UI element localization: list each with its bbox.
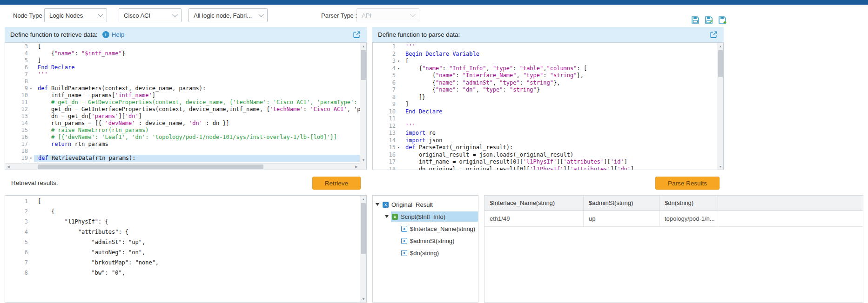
code-line[interactable]: 6End Declare (5, 64, 360, 71)
table-cell[interactable]: topology/pod-1/n... (659, 211, 718, 226)
code-line[interactable]: 8 (5, 78, 360, 85)
code-line[interactable]: 12 get_dn = GetInterfaceProperties(conte… (5, 106, 360, 113)
tree-item-original-result[interactable]: xOriginal_Result (373, 198, 478, 211)
fold-marker-icon[interactable]: ▾ (28, 85, 34, 92)
code-line[interactable]: 3[ (5, 43, 360, 50)
scrollbar-thumb[interactable] (718, 50, 723, 77)
code-line[interactable]: 5] (5, 57, 360, 64)
vertical-scrollbar[interactable]: ▲ ▼ (360, 43, 366, 163)
tree-item-body[interactable]: xOriginal_Result (382, 199, 478, 210)
expand-editor-icon[interactable] (709, 30, 718, 39)
code-line[interactable]: 7 "brkoutMap": "none", (5, 257, 360, 268)
code-line[interactable]: 4 {"name": "$intf_name"} (5, 50, 360, 57)
expand-editor-icon[interactable] (352, 30, 361, 39)
tree-expand-arrow-icon[interactable] (376, 203, 379, 206)
scroll-up-button[interactable]: ▲ (360, 43, 367, 49)
code-line[interactable]: 13import re (373, 130, 717, 137)
vertical-scrollbar[interactable]: ▲ ▼ (717, 43, 723, 170)
scroll-down-button[interactable]: ▼ (717, 163, 724, 170)
code-line[interactable]: 3▾[ (373, 58, 717, 65)
tree-expand-arrow-icon[interactable] (385, 215, 389, 218)
code-line[interactable]: 9▾def BuildParameters(context, device_na… (5, 85, 360, 92)
line-number: 1 (373, 43, 402, 51)
code-line[interactable]: 6 {"name": "adminSt", "type": "string"}, (373, 79, 717, 87)
code-line[interactable]: 7 {"name": "dn", "type": "string"} (373, 86, 717, 94)
horizontal-scrollbar[interactable]: ◀ ▶ (5, 163, 360, 170)
scroll-down-button[interactable]: ▼ (360, 296, 367, 302)
save-icon[interactable] (691, 15, 700, 25)
code-line[interactable]: 18 (5, 148, 360, 155)
fold-marker-icon[interactable]: ▾ (28, 155, 34, 162)
code-line[interactable]: 2Begin Declare Variable (373, 51, 717, 58)
code-line[interactable]: 10 intf_name = params['intf_name'] (5, 92, 360, 99)
vertical-scrollbar[interactable]: ▲ ▼ (360, 196, 366, 302)
code-line[interactable]: 4▾ {"name": "Intf_Info", "type": "table"… (373, 65, 717, 72)
code-text: {"name": "Intf_Info", "type": "table","c… (402, 65, 717, 72)
save-draft-icon[interactable] (718, 15, 727, 25)
code-line[interactable]: 3 "l1PhysIf": { (5, 217, 360, 227)
parser-type-dropdown[interactable]: API (357, 8, 419, 22)
code-line[interactable]: 1[ (5, 196, 360, 206)
code-line[interactable]: 12''' (373, 123, 717, 130)
scroll-right-button[interactable]: ▶ (353, 164, 360, 170)
result-tree[interactable]: xOriginal_ResultxScript($Intf_Info)x$Int… (372, 195, 478, 303)
code-line[interactable]: 5 {"name": "Interface_Name", "type": "st… (373, 72, 717, 79)
technology-dropdown[interactable]: Cisco ACI (119, 8, 182, 22)
scrollbar-thumb[interactable] (361, 203, 366, 254)
code-line[interactable]: 14import json (373, 137, 717, 145)
code-line[interactable]: 15 # raise NameError(rtn_params) (5, 127, 360, 134)
retrieve-button[interactable]: Retrieve (312, 177, 361, 190)
info-icon[interactable]: i (102, 31, 109, 38)
retrieve-code-editor[interactable]: 3[4 {"name": "$intf_name"}5]6End Declare… (5, 42, 367, 170)
code-line[interactable]: 17 intf_name = original_result[0]['l1Phy… (373, 158, 717, 166)
code-line[interactable]: 5 "adminSt": "up", (5, 237, 360, 247)
code-line[interactable]: 13 dn = get_dn['params']['dn'] (5, 113, 360, 120)
code-line[interactable]: 16 original_result = json.loads(_origina… (373, 152, 717, 159)
code-line[interactable]: 10End Declare (373, 108, 717, 116)
scroll-up-button[interactable]: ▲ (717, 43, 724, 49)
tree-item-adminst-string[interactable]: x$adminSt(string) (373, 235, 478, 247)
code-line[interactable]: 8 ]} (373, 94, 717, 101)
code-text: dn_original = original_result[0]['l1Phys… (402, 166, 717, 170)
retrieval-output-viewer[interactable]: 1[2 {3 "l1PhysIf": {4 "attributes": {5 "… (5, 195, 367, 303)
code-line[interactable]: 11 (373, 115, 717, 123)
code-line[interactable]: 16 # [{'devName': 'Leaf1', 'dn': 'topolo… (5, 134, 360, 141)
tree-item-interface-name-string[interactable]: x$Interface_Name(string) (373, 223, 478, 235)
code-line[interactable]: 8 "bw": "0", (5, 268, 360, 278)
fold-marker-icon[interactable]: ▾ (396, 65, 402, 72)
fold-marker-icon[interactable]: ▾ (396, 144, 402, 152)
tree-item-dn-string[interactable]: x$dn(string) (373, 247, 478, 259)
scroll-down-button[interactable]: ▼ (360, 157, 367, 163)
code-line[interactable]: 17 return rtn_params (5, 141, 360, 148)
scrollbar-thumb[interactable] (361, 50, 366, 80)
table-row[interactable]: eth1/49uptopology/pod-1/n... (484, 211, 863, 227)
node-type-dropdown[interactable]: Logic Nodes (44, 8, 107, 22)
tree-item-body[interactable]: x$adminSt(string) (400, 236, 478, 246)
code-line[interactable]: 11 # get_dn = GetDeviceProperties(contex… (5, 99, 360, 106)
code-line[interactable]: 14 rtn_params = [{ 'devName' : device_na… (5, 120, 360, 127)
tree-item-body[interactable]: xScript($Intf_Info) (391, 211, 478, 222)
table-cell[interactable]: eth1/49 (484, 211, 584, 226)
tree-item-body[interactable]: x$Interface_Name(string) (400, 224, 478, 234)
scroll-left-button[interactable]: ◀ (5, 164, 12, 170)
scrollbar-thumb[interactable] (38, 165, 263, 169)
help-link[interactable]: Help (112, 31, 125, 38)
tree-item-script-intf-info[interactable]: xScript($Intf_Info) (373, 211, 478, 223)
scope-dropdown[interactable]: All logic node, Fabri... (188, 8, 268, 22)
table-cell[interactable]: up (584, 211, 659, 226)
code-line[interactable]: 1''' (373, 43, 717, 51)
code-line[interactable]: 18 dn_original = original_result[0]['l1P… (373, 166, 717, 170)
code-line[interactable]: 4 "attributes": { (5, 227, 360, 237)
code-line[interactable]: 7''' (5, 71, 360, 78)
scroll-up-button[interactable]: ▲ (360, 196, 367, 202)
code-line[interactable]: 19▾def RetrieveData(rtn_params): (5, 155, 360, 162)
parse-code-editor[interactable]: 1'''2Begin Declare Variable3▾[4▾ {"name"… (372, 42, 724, 170)
save-as-icon[interactable] (704, 15, 713, 25)
code-line[interactable]: 2 { (5, 206, 360, 217)
parse-results-button[interactable]: Parse Results (655, 177, 720, 190)
code-line[interactable]: 15▾def ParseText(_original_result): (373, 144, 717, 152)
code-line[interactable]: 9] (373, 101, 717, 108)
tree-item-body[interactable]: x$dn(string) (400, 248, 478, 258)
code-line[interactable]: 6 "autoNeg": "on", (5, 247, 360, 257)
fold-marker-icon[interactable]: ▾ (396, 58, 402, 65)
